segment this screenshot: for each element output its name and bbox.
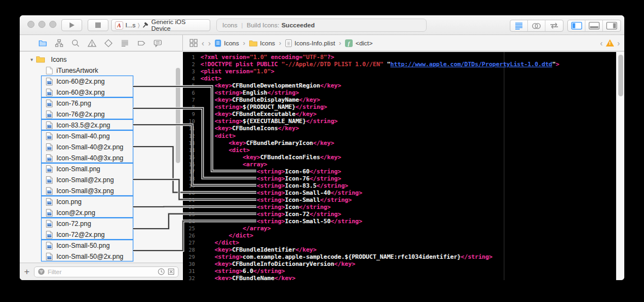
debug-area-toggle[interactable] [585,20,603,31]
code-line-32: 32 <key>CFBundleName</key> [183,275,616,280]
warning-icon[interactable]: ! [606,39,614,47]
file-row-Icon@2x.png[interactable]: Icon@2x.png [20,207,183,218]
add-file-button[interactable]: + [24,266,30,277]
disclosure-triangle-icon[interactable]: ▼ [30,57,36,62]
file-row-Icon-Small.png[interactable]: Icon-Small.png [20,164,183,175]
jumpbar-item-3[interactable]: f<dict> [345,39,372,47]
line-number: 15 [183,154,195,161]
file-row-Icon-72@2x.png[interactable]: Icon-72@2x.png [20,229,183,240]
standard-editor-button[interactable] [510,20,528,31]
recent-files-clock-icon[interactable] [158,268,165,275]
stop-button[interactable] [88,19,108,31]
file-row-Icon-Small-40@3x.png[interactable]: Icon-Small-40@3x.png [20,153,183,164]
file-tree: ▼IconsiTunesArtworkIcon-60@2x.pngIcon-60… [20,52,183,263]
code-line-28: 28 <key>CFBundleIdentifier</key> [183,246,616,253]
filter-input[interactable] [48,269,155,275]
file-row-Icon-Small@2x.png[interactable]: Icon-Small@2x.png [20,175,183,185]
navigator-tab-symbols[interactable] [55,39,64,48]
jumpbar-item-label: Icons [260,40,275,47]
forward-button[interactable]: › [208,38,211,48]
navigator-tab-reports[interactable] [120,39,129,48]
jumpbar-item-2[interactable]: Icons-Info.plist [285,39,335,47]
file-row-iTunesArtwork[interactable]: iTunesArtwork [20,65,183,76]
line-number: 10 [183,118,195,125]
source-control-status-icon[interactable] [168,268,175,275]
image-file-icon [46,78,53,85]
line-number: 2 [183,61,195,68]
navigator-tab-issues[interactable] [88,39,96,48]
image-file-icon [46,132,53,140]
jumpbar-item-0[interactable]: Icons [215,39,239,47]
related-items-icon[interactable] [189,39,198,47]
navigator-tab-logs[interactable] [153,39,162,48]
line-number: 25 [183,225,195,232]
editor-scrollbar-thumb[interactable] [618,55,623,96]
code-line-26: 26 </dict> [183,232,616,239]
file-row-Icon-Small-40@2x.png[interactable]: Icon-Small-40@2x.png [20,142,183,153]
scheme-selector[interactable]: A I...s 〉 Generic iOS Device [111,19,210,31]
folder-icon [249,40,257,47]
back-button[interactable]: ‹ [202,38,204,48]
line-number: 1 [183,54,195,61]
navigator-tab-search[interactable] [71,39,80,48]
sidebar-scrollbar[interactable] [176,68,180,163]
file-name: Icon-72@2x.png [56,231,105,239]
code-line-1: 1<?xml version="1.0" encoding="UTF-8"?> [183,54,616,61]
code-line-15: 15 <key>CFBundleIconFiles</key> [183,154,616,161]
editor-scrollbar[interactable] [616,52,624,280]
file-name: Icon-Small-50.png [56,242,110,249]
jumpbar-item-label: <dict> [355,40,372,47]
file-name: Icon-Small@2x.png [56,176,114,184]
code-line-5: 5 <key>CFBundleDevelopmentRegion</key> [183,82,616,89]
code-line-12: 12 <dict> [183,132,616,140]
file-row-Icon-72.png[interactable]: Icon-72.png [20,218,183,229]
navigator-tab-breakpoints[interactable] [137,39,146,48]
version-editor-button[interactable] [545,20,563,31]
file-row-Icon-Small-40.png[interactable]: Icon-Small-40.png [20,131,183,142]
toolbar: A I...s 〉 Generic iOS Device Icons | Bui… [20,15,624,35]
line-number: 26 [183,232,195,239]
line-number: 9 [183,111,195,118]
image-file-icon [46,209,53,217]
file-row-Icon.png[interactable]: Icon.png [20,196,183,207]
assistant-editor-button[interactable] [528,20,545,31]
breadcrumb-separator: › [279,39,281,47]
file-row-Icon-60@3x.png[interactable]: Icon-60@3x.png [20,87,183,98]
jumpbar-item-1[interactable]: Icons [249,40,275,47]
activity-status: Icons | Build Icons: Succeeded [216,19,427,32]
scheme-name: I...s [125,22,136,28]
line-number: 30 [183,260,195,268]
previous-issue-button[interactable]: ‹ [600,39,603,48]
next-issue-button[interactable]: › [617,39,620,48]
code-line-4: 4<dict> [183,75,616,82]
code-line-25: 25 </array> [183,225,616,232]
filter-field[interactable] [34,266,179,277]
image-file-icon [46,242,53,249]
line-number: 8 [183,103,195,111]
code-line-31: 31 <string>6.0</string> [183,268,616,275]
file-row-Icon-76.png[interactable]: Icon-76.png [20,98,183,109]
run-button[interactable] [61,19,82,31]
file-name: Icon-72.png [56,220,91,228]
code-line-11: 11 <key>CFBundleIcons</key> [183,125,616,132]
file-row-Icon-76@2x.png[interactable]: Icon-76@2x.png [20,109,183,120]
hammer-icon [142,22,149,29]
file-row-Icon-Small-50.png[interactable]: Icon-Small-50.png [20,240,183,251]
tree-root-icons-group[interactable]: ▼Icons [20,54,183,65]
minimize-window-button[interactable] [38,21,45,28]
file-row-Icon-Small@3x.png[interactable]: Icon-Small@3x.png [20,185,183,196]
status-task: Build Icons: [247,22,279,28]
file-row-Icon-Small-50@2x.png[interactable]: Icon-Small-50@2x.png [20,251,183,262]
file-row-Icon-83.5@2x.png[interactable]: Icon-83.5@2x.png [20,120,183,131]
code-line-17: 17 <string>Icon-60</string> [183,168,616,175]
source-editor[interactable]: 1<?xml version="1.0" encoding="UTF-8"?>2… [183,52,616,280]
navigator-tab-bar [20,35,183,51]
utilities-panel-toggle[interactable] [603,20,620,31]
navigator-tab-tests[interactable] [104,39,113,48]
navigator-panel-toggle[interactable] [568,20,585,31]
close-window-button[interactable] [27,21,34,28]
code-line-18: 18 <string>Icon-76</string> [183,175,616,182]
file-row-Icon-60@2x.png[interactable]: Icon-60@2x.png [20,76,183,87]
navigator-tab-project[interactable] [38,39,47,48]
zoom-window-button[interactable] [49,21,56,28]
